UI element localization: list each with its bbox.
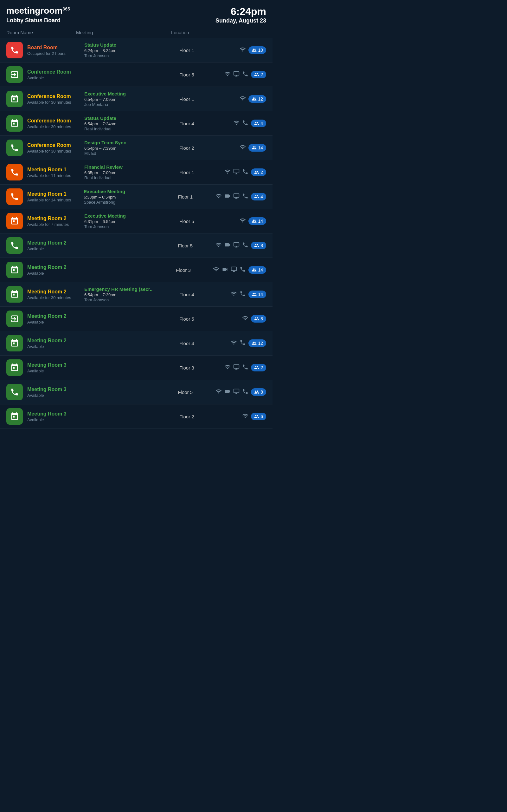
capacity-badge: 14 [248, 217, 266, 225]
meeting-info: Executive Meeting 6:38pm – 6:54pm Space … [83, 189, 178, 205]
meeting-title: Executive Meeting [83, 189, 175, 194]
capacity-badge: 6 [251, 413, 266, 420]
people-icon [254, 194, 259, 199]
meeting-time: 6:35pm – 7:09pm [84, 170, 176, 175]
meeting-info: Status Update 6:24pm – 8:24pm Tom Johnso… [84, 42, 179, 58]
room-status: Occupied for 2 hours [27, 51, 84, 56]
meeting-time: 6:54pm – 7:39pm [84, 146, 176, 151]
people-icon [254, 414, 259, 419]
room-name: Meeting Room 2 [27, 338, 84, 344]
room-info: Conference Room Available for 30 minutes [27, 142, 84, 154]
room-info: Meeting Room 3 Available [27, 387, 83, 398]
people-icon [251, 341, 257, 346]
phone-amenity-icon [239, 291, 246, 299]
wifi-icon [231, 291, 237, 299]
room-icon [6, 91, 23, 107]
phone-amenity-icon [242, 168, 248, 176]
monitor-icon [233, 388, 239, 396]
meeting-time: 6:54pm – 7:24pm [84, 121, 176, 126]
capacity-badge: 14 [248, 144, 266, 152]
table-row: Meeting Room 2 Available Floor 5 8 [0, 234, 273, 258]
people-icon [254, 316, 259, 321]
people-icon [251, 48, 257, 53]
room-icon [6, 189, 23, 205]
meeting-info: Status Update 6:54pm – 7:24pm Real Indiv… [84, 115, 179, 131]
header-right: 6:24pm Sunday, August 23 [216, 6, 266, 24]
room-name: Meeting Room 2 [27, 289, 84, 295]
wifi-icon [224, 364, 231, 372]
room-status: Available for 7 minutes [27, 222, 84, 227]
room-status: Available [27, 393, 83, 398]
room-icon [6, 42, 23, 58]
capacity-badge: 8 [251, 242, 266, 249]
room-location: Floor 2 [179, 414, 217, 419]
room-amenities: 12 [217, 95, 266, 103]
people-icon [251, 292, 257, 297]
room-location: Floor 1 [179, 48, 217, 53]
wifi-icon [239, 46, 246, 54]
phone-amenity-icon [242, 242, 248, 250]
room-icon [6, 213, 23, 229]
room-name: Conference Room [27, 142, 84, 148]
people-icon [254, 170, 259, 175]
meeting-title: Status Update [84, 115, 176, 121]
time-display: 6:24pm [216, 6, 266, 17]
room-location: Floor 5 [179, 316, 217, 322]
room-name: Meeting Room 1 [27, 191, 83, 197]
room-info: Conference Room Available [27, 69, 84, 80]
phone-amenity-icon [242, 119, 248, 128]
capacity-count: 14 [258, 267, 263, 272]
people-icon [251, 267, 257, 272]
meeting-organizer: Tom Johnson [84, 53, 176, 58]
logo-sup: 365 [62, 6, 70, 11]
wifi-icon [239, 144, 246, 152]
people-icon [251, 96, 257, 101]
meeting-title: Financial Review [84, 164, 176, 170]
phone-amenity-icon [242, 364, 248, 372]
people-icon [254, 243, 259, 248]
date-display: Sunday, August 23 [216, 17, 266, 24]
room-info: Meeting Room 2 Available for 7 minutes [27, 216, 84, 227]
capacity-count: 14 [258, 292, 263, 297]
room-amenities: 2 [217, 364, 266, 372]
capacity-count: 14 [258, 145, 263, 150]
room-amenities: 14 [213, 266, 266, 274]
phone-amenity-icon [242, 388, 248, 396]
capacity-badge: 12 [248, 95, 266, 103]
monitor-icon [233, 168, 239, 176]
room-icon [6, 115, 23, 132]
meeting-title: Status Update [84, 42, 176, 48]
room-location: Floor 5 [179, 218, 217, 224]
room-info: Conference Room Available for 30 minutes [27, 94, 84, 105]
capacity-count: 6 [261, 414, 263, 419]
video-icon [224, 242, 231, 250]
meeting-time: 6:24pm – 8:24pm [84, 48, 176, 53]
room-name: Board Room [27, 45, 84, 50]
room-icon [6, 164, 23, 181]
room-amenities: 14 [217, 291, 266, 299]
capacity-badge: 10 [248, 46, 266, 54]
column-headers: Room Name Meeting Location [0, 27, 273, 38]
room-amenities: 8 [216, 242, 266, 250]
table-row: Conference Room Available for 30 minutes… [0, 87, 273, 111]
room-info: Meeting Room 2 Available [27, 313, 84, 324]
room-name: Conference Room [27, 69, 84, 75]
room-amenities: 2 [217, 71, 266, 79]
monitor-icon [233, 242, 239, 250]
meeting-info: Financial Review 6:35pm – 7:09pm Real In… [84, 164, 179, 180]
room-icon [6, 310, 23, 327]
meeting-title: Design Team Sync [84, 140, 176, 145]
room-info: Meeting Room 3 Available [27, 411, 84, 422]
table-row: Meeting Room 3 Available Floor 3 2 [0, 356, 273, 380]
room-amenities: 14 [217, 217, 266, 225]
phone-amenity-icon [239, 339, 246, 347]
room-amenities: 8 [216, 388, 266, 396]
table-row: Meeting Room 1 Available for 11 minutes … [0, 160, 273, 185]
room-status: Available [27, 417, 84, 422]
table-row: Meeting Room 2 Available for 7 minutes E… [0, 209, 273, 234]
table-row: Meeting Room 1 Available for 14 minutes … [0, 185, 273, 209]
room-amenities: 6 [217, 413, 266, 420]
capacity-count: 2 [261, 72, 263, 77]
room-name: Meeting Room 2 [27, 264, 83, 270]
wifi-icon [224, 71, 231, 79]
